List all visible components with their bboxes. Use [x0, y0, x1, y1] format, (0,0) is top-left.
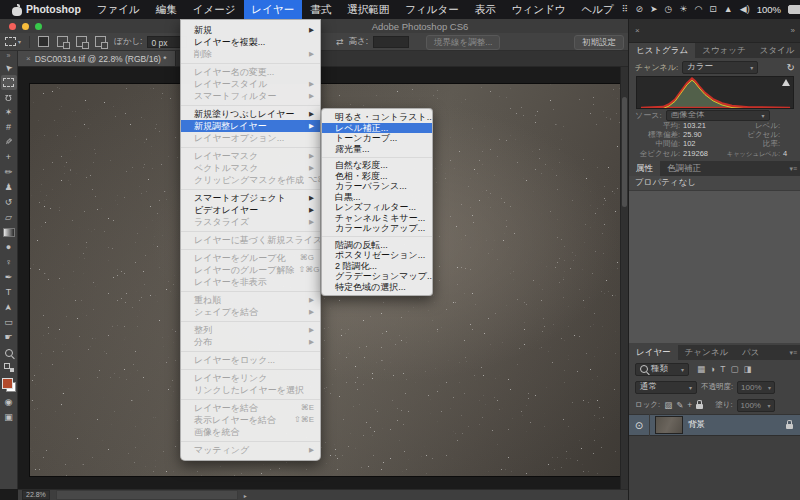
adjustment-item-17[interactable]: 特定色域の選択...	[322, 282, 432, 293]
tab-properties-0[interactable]: 属性	[629, 161, 660, 176]
menubar-item-4[interactable]: レイヤー	[244, 0, 303, 19]
layer-menu-item-13[interactable]: ベクトルマスク▶	[181, 162, 320, 174]
dock-close-icon[interactable]: ×	[635, 26, 640, 35]
adjustment-item-1[interactable]: レベル補正...	[322, 123, 432, 134]
quick-mask-icon[interactable]: ◉	[0, 395, 18, 410]
vertical-scrollbar[interactable]	[620, 67, 628, 489]
adjustment-item-8[interactable]: 白黒...	[322, 192, 432, 203]
color-swatches[interactable]	[0, 375, 18, 395]
layer-menu-item-0[interactable]: 新規▶	[181, 24, 320, 36]
adjustment-item-2[interactable]: トーンカーブ...	[322, 133, 432, 144]
tab-layers-2[interactable]: パス	[735, 345, 766, 360]
layer-row-background[interactable]: ⊙ 背景	[629, 414, 800, 436]
opacity-value[interactable]: 100%	[737, 381, 775, 394]
sync-grid-icon[interactable]: ⠿	[622, 0, 629, 19]
layer-menu-item-20[interactable]: レイヤーに基づく新規スライス	[181, 234, 320, 246]
source-select[interactable]: 画像全体	[666, 110, 770, 121]
menubar-item-8[interactable]: 表示	[467, 0, 504, 19]
layer-menu-item-27[interactable]: シェイプを結合▶	[181, 306, 320, 318]
brightness-icon[interactable]: ☀	[679, 0, 687, 19]
adjustment-item-9[interactable]: レンズフィルター...	[322, 202, 432, 213]
adjustment-item-10[interactable]: チャンネルミキサー...	[322, 213, 432, 224]
layer-menu-item-2[interactable]: 削除▶	[181, 48, 320, 60]
layer-menu-item-4[interactable]: レイヤー名の変更...	[181, 66, 320, 78]
layer-menu-item-17[interactable]: ビデオレイヤー▶	[181, 204, 320, 216]
close-window-button[interactable]	[9, 23, 16, 30]
layer-menu-item-8[interactable]: 新規塗りつぶしレイヤー▶	[181, 108, 320, 120]
healing-brush-tool[interactable]: +	[0, 150, 18, 165]
workspace-button[interactable]: 初期設定	[574, 35, 624, 50]
tab-layers-0[interactable]: レイヤー	[629, 345, 678, 360]
blur-tool[interactable]: ●	[0, 240, 18, 255]
layer-menu-item-34[interactable]: レイヤーをリンク	[181, 372, 320, 384]
eraser-tool[interactable]: ▱	[0, 210, 18, 225]
close-tab-icon[interactable]: ×	[26, 54, 31, 63]
wifi-icon[interactable]: ◠	[694, 0, 702, 19]
layer-menu-item-29[interactable]: 整列▶	[181, 324, 320, 336]
layer-menu-item-6[interactable]: スマートフィルター▶	[181, 90, 320, 102]
layer-menu-item-26[interactable]: 重ね順▶	[181, 294, 320, 306]
magic-wand-tool[interactable]: ✶	[0, 105, 18, 120]
dodge-tool[interactable]: ♀	[0, 255, 18, 270]
lock-pixels-icon[interactable]: ✎	[676, 400, 683, 410]
new-selection-icon[interactable]	[38, 36, 49, 47]
status-arrow-icon[interactable]: ▸	[244, 492, 247, 499]
tab-histogram-0[interactable]: ヒストグラム	[629, 43, 695, 58]
layer-menu-item-10[interactable]: レイヤーオプション...	[181, 132, 320, 144]
history-brush-tool[interactable]: ↺	[0, 195, 18, 210]
lasso-tool[interactable]: Ω	[0, 90, 18, 105]
volume-icon[interactable]: ◀)	[740, 0, 750, 19]
subtract-selection-icon[interactable]	[76, 36, 87, 47]
refine-edge-button[interactable]: 境界線を調整...	[426, 35, 500, 50]
lock-all-icon[interactable]	[696, 404, 703, 409]
tab-histogram-2[interactable]: スタイル	[753, 43, 800, 58]
layer-menu-item-30[interactable]: 分布▶	[181, 336, 320, 348]
document-tab[interactable]: × DSC00314.tif @ 22.8% (RGB/16) *	[18, 51, 176, 66]
zoom-tool[interactable]	[0, 345, 18, 360]
layer-menu-item-24[interactable]: レイヤーを非表示	[181, 276, 320, 288]
warning-icon[interactable]	[782, 79, 790, 86]
layer-menu-item-38[interactable]: 表示レイヤーを結合⇧⌘E	[181, 414, 320, 426]
location-icon[interactable]: ➤	[650, 0, 658, 19]
menubar-item-6[interactable]: 選択範囲	[339, 0, 397, 19]
tab-histogram-1[interactable]: スウォッチ	[695, 43, 753, 58]
dock-collapse-icon[interactable]: »	[791, 26, 795, 35]
adjustment-item-3[interactable]: 露光量...	[322, 144, 432, 155]
layer-menu-item-23[interactable]: レイヤーのグループ解除⇧⌘G	[181, 264, 320, 276]
layer-menu-item-35[interactable]: リンクしたレイヤーを選択	[181, 384, 320, 396]
tool-preset-icon[interactable]: ▾	[5, 37, 21, 46]
clone-stamp-tool[interactable]: ♟	[0, 180, 18, 195]
screen-mode-icon[interactable]: ▣	[0, 410, 18, 425]
eject-icon[interactable]: ▲	[724, 0, 733, 19]
layer-menu-item-14[interactable]: クリッピングマスクを作成⌥⌘G	[181, 174, 320, 186]
brush-tool[interactable]: ✏	[0, 165, 18, 180]
menubar-item-1[interactable]: ファイル	[89, 0, 148, 19]
marquee-tool[interactable]	[1, 75, 17, 90]
zoom-level[interactable]: 22.8%	[22, 490, 50, 500]
layer-menu-item-39[interactable]: 画像を統合	[181, 426, 320, 438]
adjustment-item-16[interactable]: グラデーションマップ...	[322, 271, 432, 282]
layer-menu-item-12[interactable]: レイヤーマスク▶	[181, 150, 320, 162]
menubar-item-10[interactable]: ヘルプ	[574, 0, 622, 19]
layer-menu-item-16[interactable]: スマートオブジェクト▶	[181, 192, 320, 204]
add-selection-icon[interactable]	[57, 36, 68, 47]
zoom-window-button[interactable]	[35, 23, 42, 30]
airplay-icon[interactable]: ⊡	[709, 0, 717, 19]
tab-layers-1[interactable]: チャンネル	[678, 345, 736, 360]
adjustment-item-15[interactable]: 2 階調化...	[322, 261, 432, 272]
refresh-icon[interactable]: ↻	[787, 62, 795, 73]
adjustment-item-11[interactable]: カラールックアップ...	[322, 223, 432, 234]
adjustment-item-13[interactable]: 階調の反転...	[322, 240, 432, 251]
layer-menu-item-5[interactable]: レイヤースタイル▶	[181, 78, 320, 90]
filter-shape-layers-icon[interactable]: ▢	[730, 364, 738, 374]
path-select-tool[interactable]: ➤	[0, 300, 18, 315]
tab-properties-1[interactable]: 色調補正	[660, 161, 708, 176]
intersect-selection-icon[interactable]	[95, 36, 106, 47]
move-tool[interactable]: ➤	[0, 60, 18, 75]
menubar-item-3[interactable]: イメージ	[185, 0, 244, 19]
shape-tool[interactable]: ▭	[0, 315, 18, 330]
menubar-item-2[interactable]: 編集	[148, 0, 185, 19]
menubar-item-0[interactable]: Photoshop	[18, 0, 89, 19]
filter-smart-objects-icon[interactable]: ◨	[743, 364, 751, 374]
hand-tool[interactable]: ☛	[0, 330, 18, 345]
